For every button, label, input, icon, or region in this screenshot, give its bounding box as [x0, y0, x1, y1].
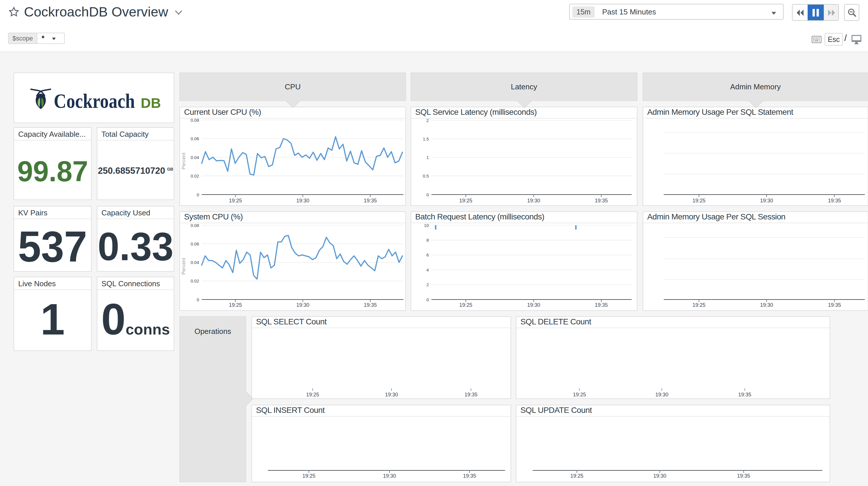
- svg-text:19:35: 19:35: [595, 302, 608, 308]
- svg-text:19:30: 19:30: [760, 198, 773, 203]
- svg-text:19:35: 19:35: [463, 473, 476, 479]
- svg-text:Cockroach: Cockroach: [54, 90, 135, 112]
- svg-text:0.02: 0.02: [191, 279, 199, 283]
- svg-text:19:35: 19:35: [595, 198, 608, 203]
- svg-text:Percent: Percent: [181, 258, 186, 275]
- svg-text:19:25: 19:25: [692, 198, 705, 203]
- svg-text:19:25: 19:25: [692, 302, 705, 308]
- svg-text:19:35: 19:35: [364, 198, 377, 203]
- svg-text:19:35: 19:35: [828, 198, 841, 203]
- svg-text:19:30: 19:30: [385, 392, 398, 398]
- svg-text:0: 0: [197, 297, 199, 302]
- svg-text:19:35: 19:35: [738, 392, 751, 398]
- svg-text:0: 0: [427, 297, 429, 302]
- svg-text:0.08: 0.08: [191, 118, 199, 122]
- svg-text:19:25: 19:25: [306, 392, 319, 398]
- svg-text:2: 2: [427, 118, 429, 123]
- svg-text:0.08: 0.08: [191, 223, 199, 228]
- svg-text:10: 10: [424, 223, 429, 228]
- svg-text:19:25: 19:25: [229, 198, 242, 203]
- svg-text:19:25: 19:25: [573, 392, 586, 398]
- svg-text:19:35: 19:35: [828, 302, 841, 308]
- svg-text:4: 4: [427, 267, 429, 273]
- svg-text:19:35: 19:35: [737, 473, 750, 479]
- svg-text:6: 6: [427, 252, 429, 257]
- svg-text:19:30: 19:30: [653, 473, 666, 479]
- svg-text:19:30: 19:30: [383, 473, 396, 479]
- svg-text:19:30: 19:30: [655, 392, 668, 398]
- svg-text:19:35: 19:35: [364, 302, 377, 308]
- svg-text:8: 8: [427, 238, 429, 242]
- svg-text:19:35: 19:35: [464, 392, 477, 398]
- svg-text:0: 0: [427, 192, 429, 197]
- svg-text:19:25: 19:25: [229, 302, 242, 308]
- svg-text:19:30: 19:30: [296, 302, 309, 308]
- svg-text:0.04: 0.04: [191, 260, 199, 265]
- svg-text:0.06: 0.06: [191, 241, 199, 246]
- svg-text:19:30: 19:30: [527, 302, 540, 308]
- svg-text:0: 0: [197, 192, 199, 197]
- svg-text:DB: DB: [141, 95, 161, 111]
- svg-text:0.02: 0.02: [191, 173, 199, 178]
- svg-text:19:25: 19:25: [302, 473, 315, 479]
- svg-text:19:25: 19:25: [459, 302, 472, 308]
- svg-text:19:25: 19:25: [570, 473, 583, 479]
- svg-text:19:30: 19:30: [527, 198, 540, 203]
- svg-text:0.04: 0.04: [191, 155, 199, 160]
- svg-text:0.5: 0.5: [423, 173, 429, 178]
- svg-text:2: 2: [427, 282, 429, 287]
- svg-text:1.5: 1.5: [423, 137, 429, 141]
- svg-text:0.06: 0.06: [191, 136, 199, 141]
- svg-text:19:25: 19:25: [459, 198, 472, 203]
- svg-text:19:30: 19:30: [760, 302, 773, 308]
- svg-text:1: 1: [427, 155, 429, 160]
- svg-text:19:30: 19:30: [296, 198, 309, 203]
- svg-text:Percent: Percent: [181, 152, 186, 169]
